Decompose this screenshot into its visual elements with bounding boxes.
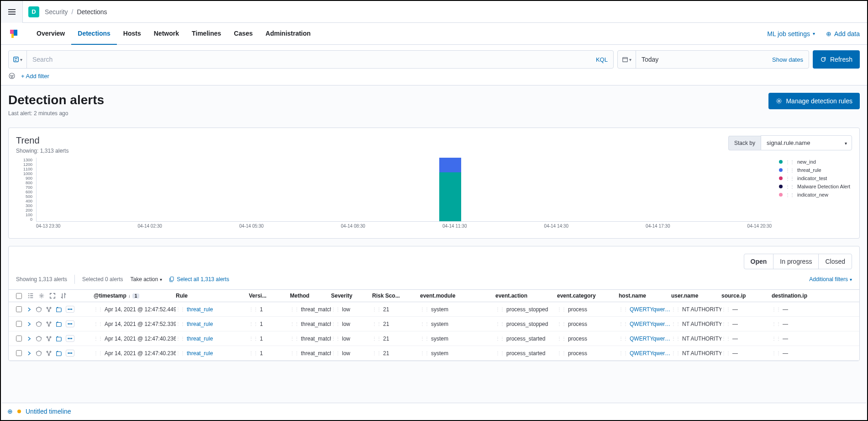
col-header-timestamp[interactable]: @timestamp xyxy=(94,293,126,299)
add-timeline-icon[interactable]: ⊕ xyxy=(7,408,13,415)
add-data-button[interactable]: ⊕ Add data xyxy=(826,30,860,37)
more-actions-icon[interactable]: ••• xyxy=(66,320,74,327)
date-picker-button[interactable]: ▾ xyxy=(618,51,636,68)
tab-timelines[interactable]: Timelines xyxy=(185,23,227,45)
svg-rect-0 xyxy=(14,57,19,62)
grip-icon: ⋮⋮ xyxy=(557,307,566,312)
date-range-value[interactable]: Today xyxy=(636,51,767,68)
additional-filters-dropdown[interactable]: Additional filters▾ xyxy=(809,276,852,282)
more-actions-icon[interactable]: ••• xyxy=(66,350,74,357)
more-actions-icon[interactable]: ••• xyxy=(66,306,74,313)
show-dates-button[interactable]: Show dates xyxy=(767,51,809,68)
tab-hosts[interactable]: Hosts xyxy=(117,23,147,45)
row-checkbox[interactable] xyxy=(16,350,22,356)
search-input[interactable] xyxy=(27,51,590,68)
col-header-risk[interactable]: Risk Sco... xyxy=(372,293,420,299)
status-tab-open[interactable]: Open xyxy=(744,254,774,269)
view-details-icon[interactable] xyxy=(36,336,42,342)
host-link[interactable]: QWERTYqwerty... xyxy=(630,336,671,342)
event-rendered-view-icon[interactable] xyxy=(27,293,34,299)
timeline-status-dot-icon xyxy=(17,410,21,413)
grip-icon: ⋮⋮ xyxy=(671,351,680,356)
tab-network[interactable]: Network xyxy=(147,23,185,45)
legend-item[interactable]: ⋮⋮indicator_new xyxy=(779,191,852,199)
rule-link[interactable]: threat_rule xyxy=(187,321,213,327)
space-selector[interactable]: D xyxy=(28,6,39,17)
investigate-timeline-icon[interactable] xyxy=(56,321,62,327)
more-actions-icon[interactable]: ••• xyxy=(66,335,74,342)
row-checkbox[interactable] xyxy=(16,336,22,341)
col-header-destination-ip[interactable]: destination.ip xyxy=(772,293,822,299)
tab-cases[interactable]: Cases xyxy=(227,23,259,45)
analyze-event-icon[interactable] xyxy=(46,336,52,342)
view-details-icon[interactable] xyxy=(36,350,42,357)
grip-icon: ⋮⋮ xyxy=(372,307,381,312)
host-link[interactable]: QWERTYqwerty... xyxy=(630,306,671,313)
legend-item[interactable]: ⋮⋮threat_rule xyxy=(779,166,852,174)
col-header-method[interactable]: Method xyxy=(290,293,331,299)
tab-overview[interactable]: Overview xyxy=(30,23,71,45)
tab-administration[interactable]: Administration xyxy=(259,23,317,45)
filter-options-icon[interactable] xyxy=(8,72,16,80)
analyze-event-icon[interactable] xyxy=(46,306,52,313)
col-header-source-ip[interactable]: source.ip xyxy=(721,293,772,299)
field-browser-icon[interactable] xyxy=(38,293,45,299)
grip-icon: ⋮⋮ xyxy=(176,321,185,326)
col-header-event-category[interactable]: event.category xyxy=(557,293,619,299)
trend-chart[interactable]: 1300120011001000900800700600500400300200… xyxy=(16,158,772,231)
timeline-footer[interactable]: ⊕ Untitled timeline xyxy=(2,403,866,419)
grip-icon: ⋮⋮ xyxy=(331,351,340,356)
expand-row-icon[interactable] xyxy=(26,321,32,327)
grip-icon: ⋮⋮ xyxy=(290,336,299,341)
rule-link[interactable]: threat_rule xyxy=(187,306,213,313)
stack-by-select[interactable]: signal.rule.name ▾ xyxy=(761,135,852,150)
host-link[interactable]: QWERTYqwerty... xyxy=(630,321,671,327)
legend-item[interactable]: ⋮⋮indicator_test xyxy=(779,174,852,182)
fullscreen-icon[interactable] xyxy=(49,293,56,299)
analyze-event-icon[interactable] xyxy=(46,350,52,357)
nav-toggle-button[interactable] xyxy=(1,1,23,23)
rule-link[interactable]: threat_rule xyxy=(187,336,213,342)
status-tab-closed[interactable]: Closed xyxy=(819,254,852,269)
ml-job-settings-button[interactable]: ML job settings ▾ xyxy=(767,30,815,37)
investigate-timeline-icon[interactable] xyxy=(56,306,62,313)
rule-link[interactable]: threat_rule xyxy=(187,350,213,357)
sort-fields-icon[interactable] xyxy=(60,293,67,299)
legend-item[interactable]: ⋮⋮new_ind xyxy=(779,158,852,166)
host-link[interactable]: QWERTYqwerty... xyxy=(630,350,671,357)
status-tab-inprogress[interactable]: In progress xyxy=(773,254,819,269)
grip-icon: ⋮⋮ xyxy=(176,336,185,341)
col-header-event-action[interactable]: event.action xyxy=(495,293,557,299)
select-all-checkbox[interactable] xyxy=(16,293,22,299)
col-header-severity[interactable]: Severity xyxy=(331,293,372,299)
expand-row-icon[interactable] xyxy=(26,307,32,312)
timeline-title[interactable]: Untitled timeline xyxy=(26,408,71,415)
refresh-button[interactable]: Refresh xyxy=(813,50,860,69)
search-filter-options-button[interactable]: ▾ xyxy=(9,51,27,68)
gear-icon xyxy=(776,98,782,104)
col-header-user-name[interactable]: user.name xyxy=(671,293,721,299)
add-filter-button[interactable]: + Add filter xyxy=(21,73,49,80)
col-header-version[interactable]: Versi... xyxy=(249,293,290,299)
tab-detections[interactable]: Detections xyxy=(71,23,117,45)
investigate-timeline-icon[interactable] xyxy=(56,350,62,357)
breadcrumb-app[interactable]: Security xyxy=(45,8,68,16)
svg-point-8 xyxy=(48,310,50,312)
col-header-rule[interactable]: Rule xyxy=(176,293,249,299)
analyze-event-icon[interactable] xyxy=(46,321,52,327)
take-action-dropdown[interactable]: Take action▾ xyxy=(130,276,162,282)
select-all-alerts-button[interactable]: Select all 1,313 alerts xyxy=(169,276,229,282)
row-checkbox[interactable] xyxy=(16,306,22,312)
view-details-icon[interactable] xyxy=(36,321,42,327)
row-checkbox[interactable] xyxy=(16,321,22,327)
col-header-event-module[interactable]: event.module xyxy=(420,293,495,299)
manage-detection-rules-button[interactable]: Manage detection rules xyxy=(768,93,860,109)
investigate-timeline-icon[interactable] xyxy=(56,336,62,342)
grip-icon: ⋮⋮ xyxy=(557,321,566,326)
view-details-icon[interactable] xyxy=(36,306,42,313)
expand-row-icon[interactable] xyxy=(26,351,32,356)
legend-item[interactable]: ⋮⋮Malware Detection Alert xyxy=(779,182,852,191)
expand-row-icon[interactable] xyxy=(26,336,32,341)
kql-toggle[interactable]: KQL xyxy=(590,51,613,68)
col-header-host-name[interactable]: host.name xyxy=(619,293,671,299)
